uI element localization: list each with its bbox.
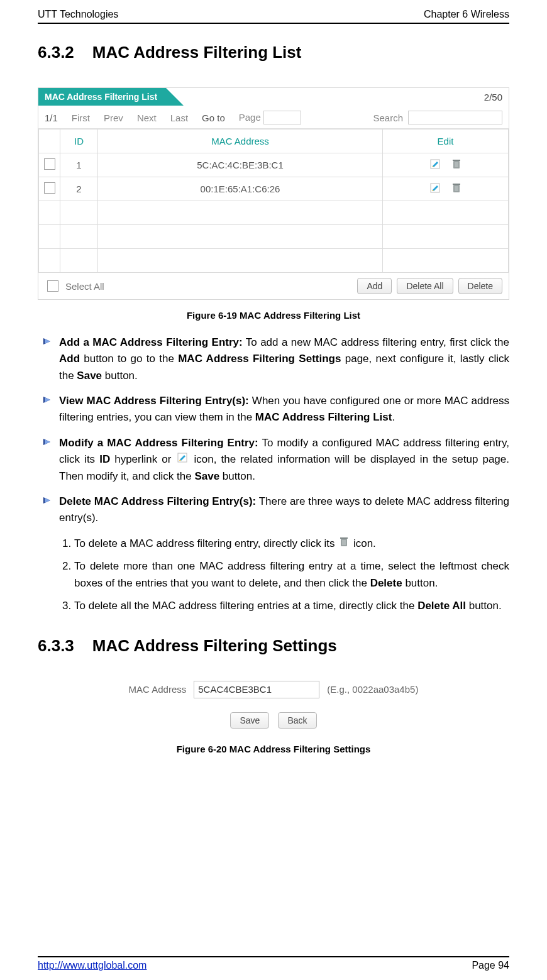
search-label: Search	[373, 113, 403, 123]
footer-link[interactable]: http://www.uttglobal.com	[38, 960, 146, 971]
bullet-view: View MAC Address Filtering Entry(s): Whe…	[43, 393, 509, 426]
arrow-icon	[43, 493, 53, 527]
pager-page-label: Page	[239, 112, 261, 123]
figure-caption-2: Figure 6-20 MAC Address Filtering Settin…	[38, 744, 509, 754]
row-id[interactable]: 2	[60, 177, 98, 201]
svg-marker-17	[45, 439, 50, 444]
row-checkbox[interactable]	[44, 158, 55, 170]
entry-count: 2/50	[484, 88, 509, 102]
pager-bar: 1/1 First Prev Next Last Go to Page Sear…	[38, 108, 509, 129]
mac-label: MAC Address	[129, 684, 187, 695]
col-mac: MAC Address	[98, 129, 383, 153]
table-row: 2 00:1E:65:A1:C6:26	[39, 177, 509, 201]
delete-all-button[interactable]: Delete All	[397, 278, 453, 294]
edit-icon	[177, 451, 187, 468]
bullet-modify: Modify a MAC Address Filtering Entry: To…	[43, 435, 509, 485]
table-row-empty	[39, 225, 509, 249]
mac-hint: (E.g., 0022aa03a4b5)	[327, 684, 418, 695]
pager-goto-label: Go to	[202, 113, 225, 123]
edit-icon[interactable]	[430, 183, 440, 195]
table-row: 1 5C:AC:4C:BE:3B:C1	[39, 153, 509, 177]
mac-filter-panel: MAC Address Filtering List 2/50 1/1 Firs…	[38, 87, 509, 300]
page-header: UTT Technologies Chapter 6 Wireless	[38, 9, 509, 24]
svg-rect-2	[453, 160, 460, 161]
arrow-icon	[43, 393, 53, 426]
page-indicator: 1/1	[45, 113, 58, 123]
pager-prev[interactable]: Prev	[104, 113, 123, 123]
page-number: Page 94	[472, 960, 509, 971]
settings-screenshot: MAC Address (E.g., 0022aa03a4b5) Save Ba…	[97, 681, 450, 729]
svg-rect-22	[340, 537, 348, 539]
table-row-empty	[39, 249, 509, 273]
mac-input[interactable]	[194, 681, 319, 698]
add-button[interactable]: Add	[357, 278, 392, 294]
svg-marker-13	[45, 339, 50, 344]
header-left: UTT Technologies	[38, 9, 118, 20]
select-all-label: Select All	[65, 281, 104, 292]
panel-tab[interactable]: MAC Address Filtering List	[38, 88, 166, 106]
step-3: To delete all the MAC address filtering …	[74, 598, 509, 614]
mac-table: ID MAC Address Edit 1 5C:AC:4C:BE:3B:C1	[38, 129, 509, 273]
save-button[interactable]: Save	[230, 712, 269, 729]
bullet-delete: Delete MAC Address Filtering Entry(s): T…	[43, 493, 509, 527]
page-footer: http://www.uttglobal.com Page 94	[38, 956, 509, 971]
figure-caption-1: Figure 6-19 MAC Address Filtering List	[38, 310, 509, 321]
select-all-checkbox[interactable]	[47, 280, 58, 292]
svg-rect-8	[453, 184, 460, 185]
step-2: To delete more than one MAC address filt…	[74, 558, 509, 592]
row-checkbox[interactable]	[44, 182, 55, 194]
arrow-icon	[43, 435, 53, 485]
svg-marker-20	[45, 498, 50, 503]
header-right: Chapter 6 Wireless	[424, 9, 509, 20]
svg-marker-15	[45, 397, 50, 402]
section-heading-2: 6.3.3 MAC Address Filtering Settings	[38, 636, 509, 656]
pager-last[interactable]: Last	[170, 113, 188, 123]
edit-icon[interactable]	[430, 159, 440, 171]
section-heading-1: 6.3.2 MAC Address Filtering List	[38, 43, 509, 62]
row-id[interactable]: 1	[60, 153, 98, 177]
search-input[interactable]	[408, 111, 502, 124]
bullet-add: Add a MAC Address Filtering Entry: To ad…	[43, 334, 509, 384]
table-row-empty	[39, 201, 509, 225]
back-button[interactable]: Back	[278, 712, 316, 729]
trash-icon	[340, 536, 348, 552]
arrow-icon	[43, 334, 53, 384]
trash-icon[interactable]	[452, 159, 461, 171]
delete-steps: To delete a MAC address filtering entry,…	[60, 536, 509, 615]
page-input[interactable]	[263, 111, 301, 124]
pager-next[interactable]: Next	[137, 113, 157, 123]
pager-first[interactable]: First	[72, 113, 90, 123]
col-edit: Edit	[383, 129, 509, 153]
trash-icon[interactable]	[452, 183, 461, 195]
step-1: To delete a MAC address filtering entry,…	[74, 536, 509, 553]
row-mac: 5C:AC:4C:BE:3B:C1	[98, 153, 383, 177]
delete-button[interactable]: Delete	[458, 278, 502, 294]
row-mac: 00:1E:65:A1:C6:26	[98, 177, 383, 201]
col-id: ID	[60, 129, 98, 153]
